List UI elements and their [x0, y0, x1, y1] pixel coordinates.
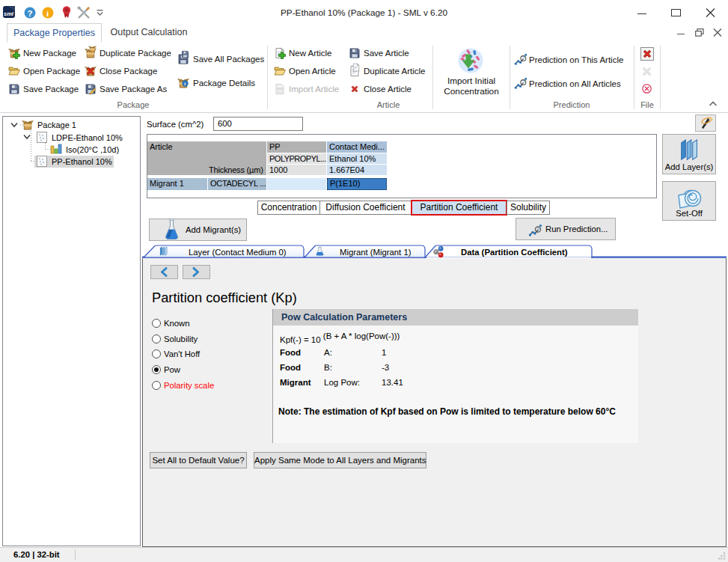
svg-text:i: i: [184, 81, 186, 86]
